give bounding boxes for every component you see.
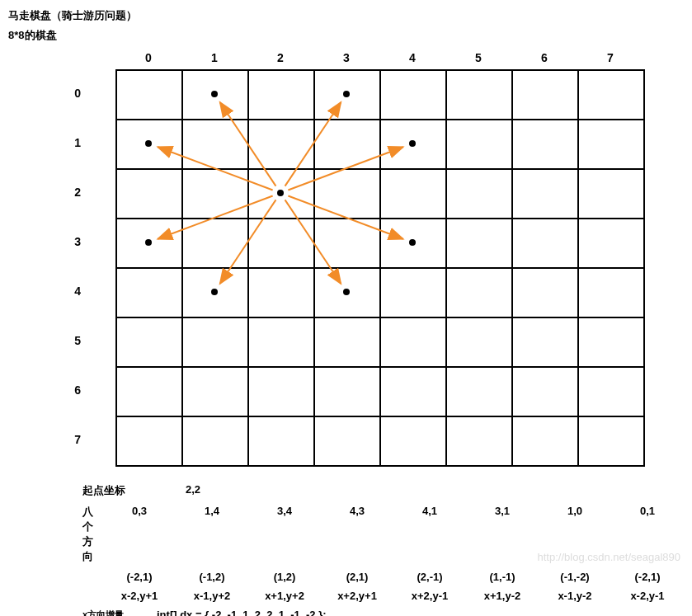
grid-cell [314,268,380,317]
column-label: 4 [379,51,445,69]
dir-coords-row: 0,31,43,44,34,13,11,00,1 [103,505,684,517]
grid-cell [182,219,248,268]
grid-cell [182,317,248,367]
dir-delta: (1,-1) [466,571,539,583]
grid-cell [578,416,644,466]
dir-expr: x+1,y+2 [248,590,321,602]
grid-cell [578,268,644,317]
column-label: 3 [313,51,379,69]
page-title-2: 8*8的棋盘 [8,28,684,43]
dir-exprs-row: x-2,y+1x-1,y+2x+1,y+2x+2,y+1x+2,y-1x+1,y… [103,590,684,602]
grid-cell [512,219,578,268]
row-label: 2 [56,186,81,199]
grid-cell [116,268,182,317]
grid-cell [182,416,248,466]
grid-cell [116,317,182,367]
row-label: 4 [56,284,81,298]
grid-cell [446,120,512,169]
grid-cell [314,219,380,268]
grid-cell [380,317,446,367]
grid-cell [380,367,446,416]
grid-cell [446,219,512,268]
grid-cell [380,169,446,219]
grid-cell [446,169,512,219]
row-label: 0 [56,87,81,100]
grid-cell [512,120,578,169]
row-label: 6 [56,383,81,397]
dir-delta: (2,-1) [393,571,466,583]
grid-cell [248,416,314,466]
grid-cell [248,70,314,120]
dir-coord: 4,3 [321,505,393,517]
grid-cell [116,169,182,219]
dir-expr: x-2,y+1 [103,590,176,602]
dir-expr: x-2,y-1 [611,590,684,602]
dir-coord: 1,4 [176,505,248,517]
grid-cell [380,120,446,169]
page-title-1: 马走棋盘（骑士游历问题） [8,8,684,23]
dir-delta: (-1,-2) [539,571,611,583]
watermark: http://blog.csdn.net/seagal890 [538,551,680,563]
grid-cell [446,416,512,466]
grid-cell [116,70,182,120]
grid-cell [182,70,248,120]
grid [115,69,645,467]
dir-coord: 1,0 [539,505,611,517]
dx-code: int[] dx = { -2, -1, 1, 2, 2, 1, -1, -2 … [157,609,327,616]
grid-cell [248,169,314,219]
grid-cell [578,169,644,219]
row-label: 7 [56,433,81,446]
dir-expr: x-1,y+2 [176,590,248,602]
grid-cell [578,120,644,169]
start-value: 2,2 [157,483,229,496]
grid-cell [380,416,446,466]
dir-coord: 3,4 [248,505,321,517]
grid-cell [314,169,380,219]
grid-cell [116,367,182,416]
info-section: 起点坐标 2,2 八个方向 0,31,43,44,34,13,11,00,1 (… [82,483,684,616]
grid-cell [512,367,578,416]
grid-cell [446,367,512,416]
xinc-label: x方向增量 [82,609,157,616]
grid-cell [116,219,182,268]
eight-dir-label: 八个方向 [82,505,103,564]
dir-delta: (-2,1) [103,571,176,583]
grid-cell [248,120,314,169]
grid-cell [512,70,578,120]
grid-cell [314,416,380,466]
grid-cell [248,268,314,317]
grid-cell [578,219,644,268]
grid-cell [314,70,380,120]
grid-cell [512,317,578,367]
grid-cell [380,268,446,317]
start-label: 起点坐标 [82,483,157,498]
dir-coord: 4,1 [393,505,466,517]
grid-cell [116,120,182,169]
dir-coord: 3,1 [466,505,539,517]
grid-cell [380,219,446,268]
row-label: 1 [56,136,81,149]
grid-cell [314,120,380,169]
dir-coord: 0,1 [611,505,684,517]
grid-cell [182,367,248,416]
row-label: 3 [56,235,81,248]
grid-cell [314,367,380,416]
column-label: 1 [181,51,247,69]
grid-cell [446,70,512,120]
grid-cell [182,268,248,317]
board-container: 01234567 01234567 [115,51,684,467]
dir-delta: (-2,1) [611,571,684,583]
column-label: 2 [247,51,313,69]
grid-cell [512,169,578,219]
grid-cell [446,268,512,317]
dir-delta: (2,1) [321,571,393,583]
grid-cell [248,317,314,367]
grid-cell [578,317,644,367]
column-label: 7 [577,51,643,69]
grid-cell [116,416,182,466]
board [115,69,684,467]
dir-delta: (-1,2) [176,571,248,583]
column-label: 0 [115,51,181,69]
dir-coord: 0,3 [103,505,176,517]
dir-expr: x-1,y-2 [539,590,611,602]
